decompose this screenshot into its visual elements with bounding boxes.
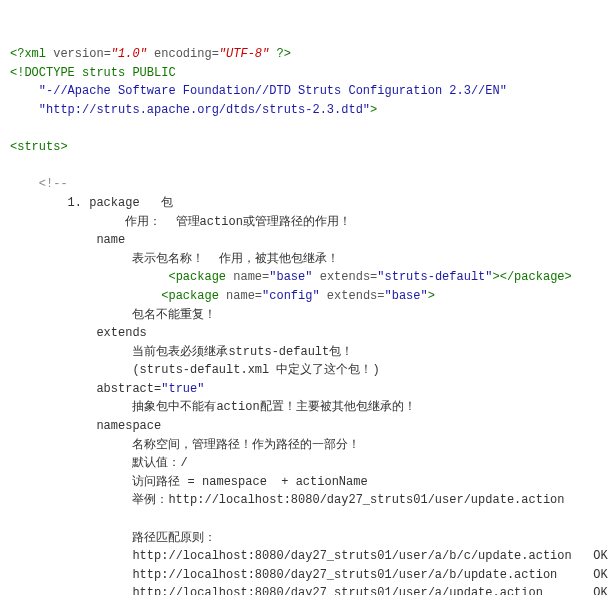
xml-version-val: "1.0": [111, 47, 147, 61]
comment-line: <package name="base" extends="struts-def…: [10, 270, 572, 284]
comment-line: 表示包名称！ 作用，被其他包继承！: [10, 252, 339, 266]
comment-line: http://localhost:8080/day27_struts01/use…: [10, 586, 608, 595]
comment-line: (struts-default.xml 中定义了这个包！): [10, 363, 380, 377]
xml-version-attr: version=: [53, 47, 111, 61]
xml-decl-open: <?xml: [10, 47, 53, 61]
doctype-public-id: "-//Apache Software Foundation//DTD Stru…: [39, 84, 507, 98]
code-line: "http://struts.apache.org/dtds/struts-2.…: [10, 103, 377, 117]
comment-line: http://localhost:8080/day27_struts01/use…: [10, 549, 608, 563]
comment-line: 名称空间，管理路径！作为路径的一部分！: [10, 438, 360, 452]
comment-line: namespace: [10, 419, 161, 433]
comment-line: 作用： 管理action或管理路径的作用！: [10, 215, 351, 229]
comment-line: http://localhost:8080/day27_struts01/use…: [10, 568, 608, 582]
code-line: <!--: [10, 177, 68, 191]
code-line: <!DOCTYPE struts PUBLIC: [10, 66, 176, 80]
comment-line: abstract="true": [10, 382, 204, 396]
doctype-open: <!DOCTYPE struts PUBLIC: [10, 66, 176, 80]
code-line: <struts>: [10, 140, 68, 154]
comment-line: extends: [10, 326, 147, 340]
comment-line: 举例：http://localhost:8080/day27_struts01/…: [10, 493, 564, 507]
comment-line: 访问路径 = namespace + actionName: [10, 475, 368, 489]
comment-line: 默认值：/: [10, 456, 188, 470]
xml-encoding-attr: encoding=: [147, 47, 219, 61]
comment-line: 当前包表必须继承struts-default包！: [10, 345, 353, 359]
comment-open: <!--: [10, 177, 68, 191]
xml-encoding-val: "UTF-8": [219, 47, 269, 61]
code-line: "-//Apache Software Foundation//DTD Stru…: [10, 84, 507, 98]
comment-line: 1. package 包: [10, 196, 173, 210]
comment-line: 路径匹配原则：: [10, 531, 216, 545]
xml-decl-close: ?>: [269, 47, 291, 61]
doctype-system-id: "http://struts.apache.org/dtds/struts-2.…: [39, 103, 370, 117]
comment-line: 抽象包中不能有action配置！主要被其他包继承的！: [10, 400, 416, 414]
comment-line: name: [10, 233, 125, 247]
code-line: <?xml version="1.0" encoding="UTF-8" ?>: [10, 47, 291, 61]
comment-line: <package name="config" extends="base">: [10, 289, 435, 303]
comment-line: 包名不能重复！: [10, 308, 216, 322]
struts-open-tag: <struts>: [10, 140, 68, 154]
